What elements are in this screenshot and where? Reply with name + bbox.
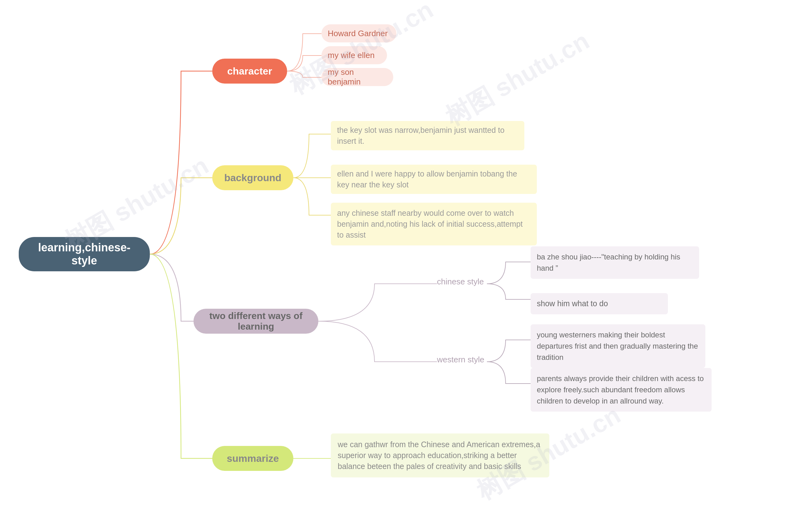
leaf-bg-1: the key slot was narrow,benjamin just wa… [331, 121, 524, 150]
leaf-son: my son benjamin [322, 68, 393, 86]
leaf-summarize-1: we can gathwr from the Chinese and Ameri… [331, 434, 549, 477]
leaf-chinese-1: ba zhe shou jiao----"teaching by holding… [531, 246, 699, 279]
western-style-label: western style [437, 355, 485, 364]
leaf-bg-3: any chinese staff nearby would come over… [331, 203, 537, 245]
character-label: character [227, 65, 272, 77]
two-different-node: two different ways of learning [194, 309, 319, 334]
root-node: learning,chinese-style [19, 237, 150, 271]
leaf-bg-2: ellen and I were happy to allow benjamin… [331, 165, 537, 194]
leaf-western-1: young westerners making their boldest de… [531, 324, 705, 368]
summarize-label: summarize [226, 453, 279, 464]
leaf-chinese-2: show him what to do [531, 293, 668, 314]
leaf-howard: Howard Gardner [322, 24, 396, 42]
root-label: learning,chinese-style [34, 241, 134, 267]
leaf-western-2: parents always provide their children wi… [531, 368, 712, 412]
character-node: character [212, 59, 287, 83]
chinese-style-label: chinese style [437, 277, 484, 287]
watermark-3: 树图 shutu.cn [439, 24, 596, 134]
leaf-wife: my wife ellen [322, 46, 387, 64]
background-label: background [224, 172, 281, 184]
background-node: background [212, 165, 293, 190]
summarize-node: summarize [212, 446, 293, 471]
mindmap: learning,chinese-style character Howard … [0, 0, 799, 532]
two-different-label: two different ways of learning [206, 310, 306, 332]
